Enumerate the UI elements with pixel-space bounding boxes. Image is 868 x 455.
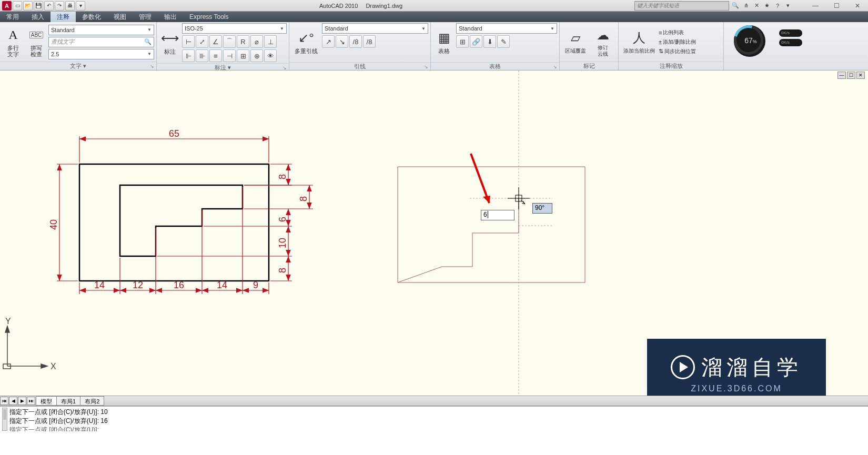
dim-center-button[interactable]: ⊕ [250, 49, 263, 62]
sync-scale-button[interactable]: ⇅ 同步比例位置 [659, 48, 696, 55]
qat-redo-icon[interactable]: ↷ [55, 1, 64, 11]
performance-meter: 67% 0K/s 0K/s [734, 25, 776, 57]
app-logo-icon[interactable]: A [2, 1, 12, 11]
dim-tolerance-button[interactable]: ⊞ [237, 49, 249, 62]
tab-insert[interactable]: 插入 [25, 12, 51, 22]
title-bar: A ▭ 📂 💾 ↶ ↷ 🖶 ▾ AutoCAD 2010 Drawing1.dw… [0, 0, 868, 12]
panel-expand-icon[interactable]: ↘ [424, 64, 428, 69]
dim-inspect-button[interactable]: 👁 [264, 49, 277, 62]
window-close-button[interactable]: ✕ [847, 1, 868, 11]
wipeout-button[interactable]: ▱ 区域覆盖 [562, 24, 589, 60]
tab-home[interactable]: 常用 [0, 12, 25, 22]
mleader-align-button[interactable]: /8 [349, 35, 362, 48]
exchange-icon[interactable]: ✕ [752, 2, 761, 10]
qat-print-icon[interactable]: 🖶 [65, 1, 75, 11]
panel-expand-icon[interactable]: ↘ [553, 64, 557, 69]
mtext-button[interactable]: A 多行 文字 [2, 24, 24, 60]
right-dims: 8 8 6 10 8 [157, 164, 313, 281]
command-scrollbar[interactable] [2, 408, 7, 431]
table-download-button[interactable]: ⬇ [483, 35, 496, 48]
left-inner-shape [120, 185, 243, 256]
help-search-input[interactable] [634, 1, 729, 11]
dim-break-button[interactable]: ⊣ [223, 49, 236, 62]
tab-nav-prev[interactable]: ◀ [9, 397, 17, 405]
tab-model[interactable]: 模型 [36, 396, 57, 406]
scale-list-button[interactable]: ≡ 比例列表 [659, 29, 696, 36]
panel-table-title[interactable]: 表格↘ [431, 62, 559, 70]
tab-view[interactable]: 视图 [107, 12, 133, 22]
dim-top: 65 [169, 128, 179, 139]
annotation-arrow [471, 154, 490, 203]
svg-line-45 [471, 154, 489, 203]
wipeout-label: 区域覆盖 [565, 47, 586, 55]
panel-expand-icon[interactable]: ↘ [150, 64, 154, 69]
qat-save-icon[interactable]: 💾 [34, 1, 43, 11]
table-extract-button[interactable]: ⊞ [456, 35, 469, 48]
help-dropdown-icon[interactable]: ▾ [784, 2, 792, 10]
dim-linear-button[interactable]: ⊢ [182, 35, 195, 48]
help-icon[interactable]: ? [773, 2, 782, 10]
tab-output[interactable]: 输出 [158, 12, 183, 22]
tab-nav-next[interactable]: ▶ [18, 397, 26, 405]
text-height-combo[interactable]: 2.5▼ [48, 49, 154, 59]
dim-space-button[interactable]: ≡ [209, 49, 222, 62]
panel-leader-title[interactable]: 引线↘ [289, 62, 430, 70]
table-edit-button[interactable]: ✎ [497, 35, 510, 48]
infocenter-icon[interactable]: 🔍 [731, 2, 740, 10]
tab-express[interactable]: Express Tools [183, 12, 235, 22]
tab-parametric[interactable]: 参数化 [76, 12, 107, 22]
mleader-style-combo[interactable]: Standard▼ [322, 23, 428, 34]
dim-style-combo[interactable]: ISO-25▼ [182, 23, 287, 34]
tab-annotate[interactable]: 注释 [51, 12, 76, 22]
tab-nav-last[interactable]: ⏭ [27, 397, 35, 405]
panel-annoscale: 人 添加当前比例 ≡ 比例列表 ± 添加/删除比例 ⇅ 同步比例位置 注释缩放 [619, 22, 724, 70]
qat-open-icon[interactable]: 📂 [23, 1, 33, 11]
qat-dropdown-icon[interactable]: ▾ [76, 1, 85, 11]
dim-radius-button[interactable]: R [237, 35, 249, 48]
dim-ordinate-button[interactable]: ⊥ [264, 35, 277, 48]
favorite-icon[interactable]: ★ [763, 2, 771, 10]
dim-continue-button[interactable]: ⊩ [182, 49, 195, 62]
panel-text-title[interactable]: 文字 ▾↘ [0, 62, 156, 70]
dim-baseline-button[interactable]: ⊪ [196, 49, 208, 62]
mleader-button[interactable]: ↙° 多重引线 [291, 24, 321, 60]
dim-left: 40 [48, 219, 59, 230]
dimension-button[interactable]: ⟷ 标注 [159, 24, 181, 61]
drawing-area[interactable]: — ☐ ✕ 65 40 [0, 70, 868, 396]
ucs-x-label: X [51, 362, 56, 371]
add-current-scale-button[interactable]: 人 添加当前比例 [621, 24, 658, 60]
revcloud-button[interactable]: ☁ 修订 云线 [590, 24, 615, 60]
tab-layout2[interactable]: 布局2 [80, 396, 104, 406]
find-binoculars-icon[interactable]: 🔍 [144, 38, 152, 45]
mleader-remove-button[interactable]: ↘ [336, 35, 348, 48]
tab-layout1[interactable]: 布局1 [56, 396, 80, 406]
mleader-collect-button[interactable]: /8 [363, 35, 376, 48]
panel-expand-icon[interactable]: ↘ [282, 65, 287, 70]
text-style-combo[interactable]: Standard▼ [48, 25, 154, 35]
window-minimize-button[interactable]: — [805, 1, 826, 11]
window-maximize-button[interactable]: ☐ [826, 1, 847, 11]
qat-new-icon[interactable]: ▭ [13, 1, 22, 11]
table-button[interactable]: ▦ 表格 [433, 24, 455, 60]
tab-manage[interactable]: 管理 [133, 12, 158, 22]
dim-angular-button[interactable]: ∠ [209, 35, 222, 48]
command-history-line: 指定下一点或 [闭合(C)/放弃(U)]: 16 [2, 417, 866, 426]
dim-diameter-button[interactable]: ⌀ [250, 35, 263, 48]
command-window[interactable]: 指定下一点或 [闭合(C)/放弃(U)]: 10 指定下一点或 [闭合(C)/放… [0, 406, 868, 431]
spellcheck-button[interactable]: ABC 拼写 检查 [25, 24, 47, 60]
dim-arc-button[interactable]: ⌒ [223, 35, 236, 48]
table-link-button[interactable]: 🔗 [470, 35, 482, 48]
table-style-combo[interactable]: Standard▼ [456, 23, 557, 34]
table-style-value: Standard [459, 25, 482, 32]
mleader-add-button[interactable]: ↗ [322, 35, 335, 48]
ucs-y-label: Y [5, 317, 11, 326]
find-text-input[interactable]: 查找文字 🔍 [48, 37, 154, 47]
dynamic-distance-input[interactable]: 6 [481, 210, 514, 220]
title-center: AutoCAD 2010 Drawing1.dwg [87, 3, 634, 9]
qat-undo-icon[interactable]: ↶ [44, 1, 54, 11]
add-del-scale-button[interactable]: ± 添加/删除比例 [659, 38, 696, 46]
mtext-label: 多行 文字 [7, 45, 19, 57]
dim-aligned-button[interactable]: ⤢ [196, 35, 208, 48]
tab-nav-first[interactable]: ⏮ [0, 397, 8, 405]
subscription-icon[interactable]: ⋔ [742, 2, 750, 10]
